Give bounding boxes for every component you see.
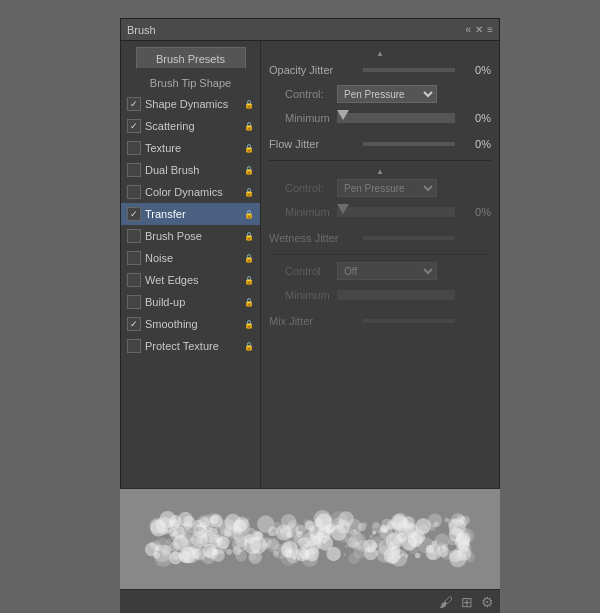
- opacity-min-thumb: [337, 110, 349, 120]
- label-brush-pose: Brush Pose: [145, 230, 242, 242]
- mix-jitter-row: Mix Jitter: [269, 311, 491, 331]
- close-icon[interactable]: ✕: [475, 24, 483, 35]
- panel-titlebar: Brush « ✕ ≡: [121, 19, 499, 41]
- checkbox-wet-edges[interactable]: [127, 273, 141, 287]
- sidebar-item-transfer[interactable]: ✓Transfer🔒: [121, 203, 260, 225]
- lock-icon-color-dynamics[interactable]: 🔒: [242, 185, 256, 199]
- grid-icon[interactable]: ⊞: [461, 594, 473, 610]
- scroll-arrow-top: ▲: [269, 49, 491, 58]
- label-texture: Texture: [145, 142, 242, 154]
- wetness-min-slider[interactable]: [337, 207, 455, 217]
- mix-min-slider[interactable]: [337, 290, 455, 300]
- wetness-control-label: Control:: [285, 182, 337, 194]
- lock-icon-texture[interactable]: 🔒: [242, 141, 256, 155]
- brush-presets-button[interactable]: Brush Presets: [136, 47, 246, 69]
- checkbox-color-dynamics[interactable]: [127, 185, 141, 199]
- sidebar-item-scattering[interactable]: ✓Scattering🔒: [121, 115, 260, 137]
- lock-icon-scattering[interactable]: 🔒: [242, 119, 256, 133]
- label-wet-edges: Wet Edges: [145, 274, 242, 286]
- lock-icon-wet-edges[interactable]: 🔒: [242, 273, 256, 287]
- opacity-min-label: Minimum: [285, 112, 337, 124]
- wetness-jitter-row: Wetness Jitter: [269, 228, 491, 248]
- opacity-jitter-slider[interactable]: [363, 68, 455, 72]
- scroll-arrow-2: ▲: [269, 167, 491, 176]
- opacity-jitter-label: Opacity Jitter: [269, 64, 359, 76]
- checkbox-protect-texture[interactable]: [127, 339, 141, 353]
- label-scattering: Scattering: [145, 120, 242, 132]
- opacity-jitter-row: Opacity Jitter 0%: [269, 60, 491, 80]
- wetness-control-select[interactable]: Pen Pressure Off: [337, 179, 437, 197]
- sidebar-item-build-up[interactable]: Build-up🔒: [121, 291, 260, 313]
- checkbox-brush-pose[interactable]: [127, 229, 141, 243]
- sidebar-item-shape-dynamics[interactable]: ✓Shape Dynamics🔒: [121, 93, 260, 115]
- opacity-jitter-value: 0%: [459, 64, 491, 76]
- label-color-dynamics: Color Dynamics: [145, 186, 242, 198]
- flow-jitter-row: Flow Jitter 0%: [269, 134, 491, 154]
- label-protect-texture: Protect Texture: [145, 340, 242, 352]
- lock-icon-build-up[interactable]: 🔒: [242, 295, 256, 309]
- opacity-control-select[interactable]: Pen Pressure Off Fade Pen Tilt: [337, 85, 437, 103]
- lock-icon-brush-pose[interactable]: 🔒: [242, 229, 256, 243]
- wetness-min-value: 0%: [459, 206, 491, 218]
- label-shape-dynamics: Shape Dynamics: [145, 98, 242, 110]
- flow-jitter-label: Flow Jitter: [269, 138, 359, 150]
- label-build-up: Build-up: [145, 296, 242, 308]
- label-noise: Noise: [145, 252, 242, 264]
- checkbox-build-up[interactable]: [127, 295, 141, 309]
- menu-icon[interactable]: ≡: [487, 24, 493, 35]
- wetness-min-thumb: [337, 204, 349, 214]
- sidebar-item-texture[interactable]: Texture🔒: [121, 137, 260, 159]
- settings-icon[interactable]: ⚙: [481, 594, 494, 610]
- sidebar-items: ✓Shape Dynamics🔒✓Scattering🔒Texture🔒Dual…: [121, 93, 260, 357]
- sidebar-item-color-dynamics[interactable]: Color Dynamics🔒: [121, 181, 260, 203]
- mix-min-label: Minimum: [285, 289, 337, 301]
- checkbox-scattering[interactable]: ✓: [127, 119, 141, 133]
- mix-jitter-label: Mix Jitter: [269, 315, 359, 327]
- mix-control-select[interactable]: Off Fade: [337, 262, 437, 280]
- lock-icon-transfer[interactable]: 🔒: [242, 207, 256, 221]
- opacity-control-row: Control: Pen Pressure Off Fade Pen Tilt: [269, 84, 491, 104]
- lock-icon-shape-dynamics[interactable]: 🔒: [242, 97, 256, 111]
- sidebar-item-brush-pose[interactable]: Brush Pose🔒: [121, 225, 260, 247]
- sidebar-item-dual-brush[interactable]: Dual Brush🔒: [121, 159, 260, 181]
- sidebar-item-smoothing[interactable]: ✓Smoothing🔒: [121, 313, 260, 335]
- opacity-min-row: Minimum 0%: [269, 108, 491, 128]
- wetness-min-label: Minimum: [285, 206, 337, 218]
- opacity-min-slider[interactable]: [337, 113, 455, 123]
- lock-icon-dual-brush[interactable]: 🔒: [242, 163, 256, 177]
- mix-control-row: Control: Off Fade: [269, 261, 491, 281]
- sidebar-item-wet-edges[interactable]: Wet Edges🔒: [121, 269, 260, 291]
- collapse-icon[interactable]: «: [466, 24, 472, 35]
- wetness-jitter-slider[interactable]: [363, 236, 455, 240]
- wetness-jitter-label: Wetness Jitter: [269, 232, 359, 244]
- opacity-control-label: Control:: [285, 88, 337, 100]
- wetness-min-row: Minimum 0%: [269, 202, 491, 222]
- checkbox-dual-brush[interactable]: [127, 163, 141, 177]
- brush-icon[interactable]: 🖌: [439, 594, 453, 610]
- panel-title: Brush: [127, 24, 156, 36]
- sidebar-item-protect-texture[interactable]: Protect Texture🔒: [121, 335, 260, 357]
- lock-icon-protect-texture[interactable]: 🔒: [242, 339, 256, 353]
- panel-icons: « ✕ ≡: [466, 24, 493, 35]
- divider-1: [269, 160, 491, 161]
- preview-bottom-bar: 🖌 ⊞ ⚙: [120, 589, 500, 613]
- brush-tip-shape-title: Brush Tip Shape: [121, 77, 260, 89]
- mix-control-label: Control:: [285, 265, 337, 277]
- label-transfer: Transfer: [145, 208, 242, 220]
- checkbox-smoothing[interactable]: ✓: [127, 317, 141, 331]
- checkbox-transfer[interactable]: ✓: [127, 207, 141, 221]
- label-dual-brush: Dual Brush: [145, 164, 242, 176]
- lock-icon-smoothing[interactable]: 🔒: [242, 317, 256, 331]
- sidebar-item-noise[interactable]: Noise🔒: [121, 247, 260, 269]
- wetness-control-row: Control: Pen Pressure Off: [269, 178, 491, 198]
- checkbox-noise[interactable]: [127, 251, 141, 265]
- wetness-section: Control: Pen Pressure Off Minimum 0% Wet…: [269, 178, 491, 331]
- divider-2: [269, 254, 491, 255]
- checkbox-texture[interactable]: [127, 141, 141, 155]
- flow-jitter-slider[interactable]: [363, 142, 455, 146]
- mix-jitter-slider[interactable]: [363, 319, 455, 323]
- lock-icon-noise[interactable]: 🔒: [242, 251, 256, 265]
- label-smoothing: Smoothing: [145, 318, 242, 330]
- preview-area: 🖌 ⊞ ⚙: [120, 488, 500, 613]
- checkbox-shape-dynamics[interactable]: ✓: [127, 97, 141, 111]
